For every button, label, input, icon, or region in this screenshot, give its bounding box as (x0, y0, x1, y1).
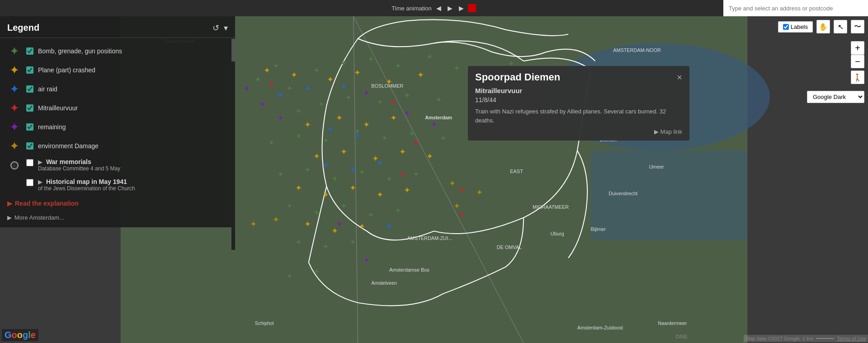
legend-checkbox-bomb[interactable] (26, 47, 33, 55)
legend-header: Legend ↺ ▾ (0, 16, 235, 38)
legend-item-plane: ✦ Plane (part) crashed (0, 61, 235, 80)
popup-title: Spoorpad Diemen (475, 71, 560, 83)
legend-checkbox-historical[interactable] (26, 179, 33, 186)
legend-checkbox-remaining[interactable] (26, 123, 33, 131)
svg-text:AMSTERDAM-NOOR: AMSTERDAM-NOOR (613, 47, 661, 53)
labels-checkbox[interactable] (783, 24, 789, 30)
popup-close-btn[interactable]: × (677, 72, 682, 83)
top-bar: Time animation ◀ ▶ ▶ (0, 0, 868, 16)
legend-group-war-memorials: ▶ War memorials Database Committee 4 and… (0, 155, 235, 175)
svg-text:DE OMVAL: DE OMVAL (497, 244, 522, 250)
more-amsterdam-item[interactable]: ▶ More Amsterdam... (0, 211, 235, 224)
scale-label: 1 km (802, 336, 813, 341)
zoom-in-btn[interactable]: + (851, 41, 864, 55)
remaining-icon: ✦ (7, 120, 22, 134)
google-logo: Google (2, 329, 38, 341)
legend-header-buttons: ↺ ▾ (212, 23, 228, 33)
map-link-label: Map link (660, 128, 682, 135)
zoom-controls: + − (851, 41, 864, 68)
svg-text:Bijlmer: Bijlmer (591, 226, 606, 232)
address-search-input[interactable] (723, 0, 868, 16)
map-attribution: Map data ©2017 Google 1 km Terms of Use (744, 335, 868, 342)
legend-label-plane: Plane (part) crashed (38, 66, 95, 74)
plane-icon: ✦ (7, 63, 22, 77)
legend-label-mitrailleur: Mitrailleurvuur (38, 104, 78, 112)
legend-checkbox-mitrailleur[interactable] (26, 104, 33, 112)
legend-group-title-historical: Historical map in May 1941 (46, 178, 127, 185)
legend-group-historical: ▶ Historical map in May 1941 of the Jews… (0, 175, 235, 195)
popup-body: Mitrailleurvuur 11/8/44 Train with Nazi … (468, 87, 689, 125)
legend-label-environment: environment Damage (38, 142, 99, 150)
environment-icon: ✦ (7, 139, 22, 153)
svg-text:Amsterdamse Bos: Amsterdamse Bos (389, 267, 429, 273)
more-arrow: ▶ (7, 214, 12, 221)
svg-text:MIGRAATMEER: MIGRAATMEER (533, 204, 569, 210)
mitrailleur-icon: ✦ (7, 101, 22, 115)
legend-label-remaining: remaining (38, 123, 66, 131)
legend-label-bomb: Bomb, grenade, gun positions (38, 47, 122, 55)
svg-text:IJburg: IJburg (551, 231, 564, 236)
read-explanation-btn[interactable]: ▶ Read the explanation (0, 195, 235, 211)
map-area: Amsterdam AMSTERDAM-NOOR EAST BOSLOMMER … (0, 16, 868, 343)
labels-toggle-btn[interactable]: Labels (778, 21, 813, 33)
historical-map-icon (7, 178, 22, 193)
legend-checkbox-environment[interactable] (26, 142, 33, 150)
popup-footer: ▶ Map link (468, 125, 689, 135)
svg-text:Naardermeer: Naardermeer (658, 320, 687, 326)
legend-group-title-war: War memorials (46, 158, 91, 165)
svg-text:Amsterdam-Zuidoost: Amsterdam-Zuidoost (577, 325, 623, 330)
legend-item-environment: ✦ environment Damage (0, 136, 235, 155)
read-explanation-arrow: ▶ (7, 200, 12, 207)
play-back-btn[interactable]: ◀ (434, 4, 443, 13)
map-data-text: Map data ©2017 Google (745, 336, 800, 341)
svg-text:Duivendrecht: Duivendrecht (609, 191, 637, 196)
svg-text:Amsterdam: Amsterdam (425, 115, 452, 120)
street-view-btn[interactable]: 🚶 (851, 70, 864, 84)
war-memorial-icon (7, 158, 22, 173)
time-stop-btn[interactable] (468, 4, 476, 12)
chart-btn[interactable]: 〜 (851, 20, 864, 33)
historical-expand[interactable]: ▶ (38, 179, 42, 185)
map-type-selector: Google Dark Roadmap Satellite Terrain (807, 91, 864, 103)
svg-text:AMSTERDAM-ZUI...: AMSTERDAM-ZUI... (407, 235, 453, 241)
scale-bar (816, 338, 834, 339)
map-type-dropdown[interactable]: Google Dark Roadmap Satellite Terrain (807, 91, 864, 103)
popup-map-link-btn[interactable]: ▶ Map link (654, 128, 682, 135)
incident-popup: Spoorpad Diemen × Mitrailleurvuur 11/8/4… (468, 66, 689, 141)
legend-group-sub-war: Database Committee 4 and 5 May (38, 165, 228, 172)
popup-type: Mitrailleurvuur (475, 87, 682, 94)
popup-date: 11/8/44 (475, 96, 682, 103)
scrollbar-thumb[interactable] (231, 39, 235, 61)
play-forward-btn[interactable]: ▶ (457, 4, 466, 13)
legend-title: Legend (7, 23, 39, 33)
person-icon: 🚶 (853, 73, 862, 82)
legend-item-bomb: ✦ Bomb, grenade, gun positions (0, 42, 235, 61)
zoom-out-btn[interactable]: − (851, 55, 864, 68)
terms-of-use-link[interactable]: Terms of Use (837, 336, 866, 341)
more-label: More Amsterdam... (14, 214, 64, 221)
bomb-icon: ✦ (7, 44, 22, 58)
legend-collapse-btn[interactable]: ▾ (224, 23, 228, 33)
legend-checkbox-plane[interactable] (26, 66, 33, 74)
legend-item-mitrailleur: ✦ Mitrailleurvuur (0, 99, 235, 117)
map-controls-top: Labels ✋ ↖ 〜 (778, 20, 864, 33)
legend-panel: Legend ↺ ▾ ✦ Bomb, grenade, gun position… (0, 16, 235, 227)
svg-text:Amstelveen: Amstelveen (371, 280, 397, 286)
svg-text:IJmeer: IJmeer (649, 164, 664, 169)
legend-checkbox-airraid[interactable] (26, 85, 33, 93)
legend-scroll-area[interactable]: ✦ Bomb, grenade, gun positions ✦ Plane (… (0, 38, 235, 227)
cursor-btn[interactable]: ↖ (834, 20, 847, 33)
svg-text:Schiphol: Schiphol (255, 320, 274, 326)
legend-item-airraid: ✦ air raid (0, 80, 235, 99)
legend-label-airraid: air raid (38, 85, 57, 93)
pan-tool-btn[interactable]: ✋ (816, 20, 830, 33)
popup-header: Spoorpad Diemen × (468, 66, 689, 87)
time-animation-controls: Time animation ◀ ▶ ▶ (392, 4, 476, 13)
map-link-arrow: ▶ (654, 128, 659, 135)
legend-refresh-btn[interactable]: ↺ (212, 23, 219, 33)
legend-checkbox-war-memorials[interactable] (26, 159, 33, 166)
legend-group-sub-historical: of the Jews Dissemination of the Church (38, 185, 228, 192)
time-animation-label: Time animation (392, 5, 431, 12)
play-step-btn[interactable]: ▶ (446, 4, 454, 13)
war-memorials-expand[interactable]: ▶ (38, 159, 42, 165)
